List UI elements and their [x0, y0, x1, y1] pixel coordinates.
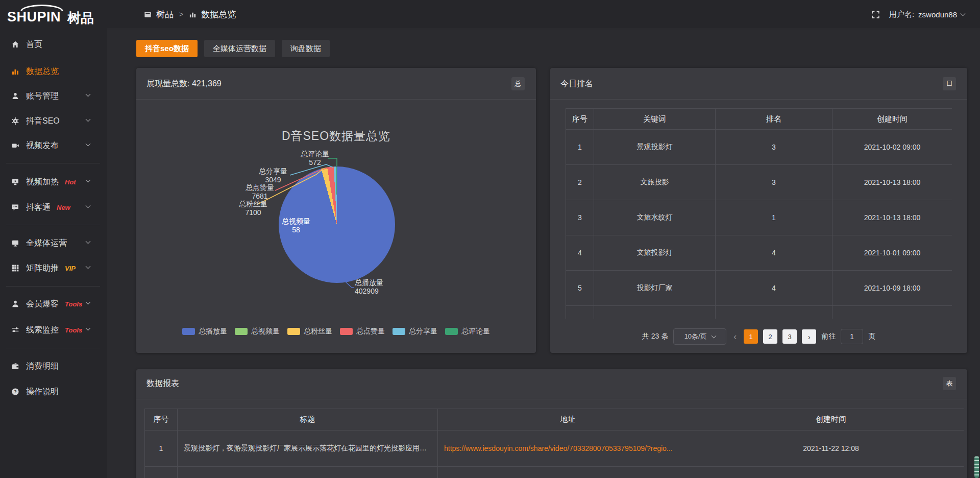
chevron-down-icon [86, 117, 91, 122]
stat-value: 421,369 [192, 79, 222, 88]
total-toggle-button[interactable]: 总 [511, 77, 525, 90]
sidebar-item-label: 视频发布 [26, 140, 59, 151]
sidebar-item-label: 抖客通 [26, 202, 51, 213]
page-button-3[interactable]: 3 [782, 329, 797, 344]
page-button-1[interactable]: 1 [744, 329, 758, 344]
sidebar-divider [6, 225, 100, 225]
report-card-header: 数据报表 表 [136, 369, 967, 399]
home-icon [11, 40, 19, 49]
logo[interactable]: SHUPIN 树品 [7, 5, 100, 23]
chevron-down-icon [86, 178, 91, 183]
monitor-icon [11, 239, 19, 247]
chevron-down-icon [86, 239, 91, 244]
sidebar-item-matrix-boost[interactable]: 矩阵助推 VIP [0, 260, 107, 276]
logo-text-cn: 树品 [67, 9, 94, 27]
table-row: 3 文旅水纹灯 1 2021-10-13 18:00 [566, 200, 952, 235]
legend-item-videos[interactable]: 总视频量 [235, 327, 280, 336]
monitor-play-icon [11, 178, 19, 186]
legend-item-shares[interactable]: 总分享量 [393, 327, 437, 336]
legend-item-plays[interactable]: 总播放量 [182, 327, 227, 336]
sidebar-item-label: 消费明细 [26, 361, 59, 372]
sidebar-item-label: 会员爆客 [26, 299, 59, 309]
sidebar-item-instructions[interactable]: ? 操作说明 [0, 384, 107, 399]
sidebar-item-home[interactable]: 首页 [0, 37, 107, 52]
fullscreen-icon[interactable] [871, 10, 880, 19]
table-row-partial [145, 467, 964, 478]
video-title-cell: 景观投影灯，夜游景观投影灯厂家展示展示落花灯在花园里的灯光投影应用效果 # [178, 431, 438, 467]
column-header-keyword: 关键词 [594, 109, 716, 130]
column-header-seq: 序号 [145, 409, 178, 431]
grid-icon [11, 264, 19, 272]
sidebar-item-label: 账号管理 [26, 91, 59, 102]
chevron-down-icon [86, 92, 91, 97]
chat-bubble-icon [11, 203, 19, 211]
sidebar-item-label: 抖音SEO [26, 116, 60, 127]
breadcrumb-separator: > [179, 10, 183, 18]
sidebar-item-all-media[interactable]: 全媒体运营 [0, 235, 107, 251]
tab-inquiry-data[interactable]: 询盘数据 [282, 40, 330, 57]
breadcrumb-current-icon [189, 11, 197, 18]
table-header-row: 序号 关键词 排名 创建时间 [566, 109, 952, 130]
sidebar-item-douketong[interactable]: 抖客通 New [0, 200, 107, 215]
report-card-title: 数据报表 [146, 378, 179, 389]
data-tabs: 抖音seo数据 全媒体运营数据 询盘数据 [136, 40, 330, 57]
sidebar-item-lead-monitor[interactable]: 线索监控 Tools [0, 322, 107, 338]
sidebar-item-label: 线索监控 [26, 325, 59, 336]
column-header-title: 标题 [178, 409, 438, 431]
stat-label: 展现量总数: [146, 79, 189, 88]
table-row-partial [566, 306, 952, 319]
ranking-card-header: 今日排名 日 [550, 68, 967, 100]
sidebar-item-douyin-seo[interactable]: 抖音SEO [0, 113, 107, 129]
sidebar-item-account[interactable]: 账号管理 [0, 88, 107, 104]
bar-chart-icon [11, 67, 19, 76]
sidebar-item-video-heat[interactable]: 视频加热 Hot [0, 174, 107, 189]
table-header-row: 序号 标题 地址 创建时间 [145, 409, 964, 431]
sidebar-item-label: 全媒体运营 [26, 238, 67, 249]
legend-swatch [182, 328, 195, 335]
chart-title: D音SEO数据量总览 [136, 128, 536, 144]
user-menu[interactable]: 用户名: zswodun88 [889, 10, 965, 19]
scrollbar-thumb[interactable] [974, 456, 979, 478]
chevron-down-icon [86, 141, 91, 147]
sidebar-item-member-tools[interactable]: 会员爆客 Tools [0, 296, 107, 312]
stat-total-impressions: 展现量总数: 421,369 [146, 79, 222, 89]
pie-label-fans: 总粉丝量7100 [225, 200, 281, 217]
chart-legend: 总播放量 总视频量 总粉丝量 总点赞量 总分享量 总评论量 [136, 327, 536, 336]
tab-douyin-seo-data[interactable]: 抖音seo数据 [136, 40, 198, 57]
sidebar-item-consumption[interactable]: 消费明细 [0, 358, 107, 374]
video-url-link[interactable]: https://www.iesdouyin.com/share/video/70… [438, 431, 698, 467]
next-page-button[interactable]: › [802, 329, 816, 344]
table-toggle-button[interactable]: 表 [943, 377, 956, 390]
username-label: 用户名: [889, 10, 914, 19]
page-button-2[interactable]: 2 [763, 329, 777, 344]
tools-badge: Tools [65, 300, 82, 308]
chevron-down-icon [86, 203, 91, 208]
page-size-select[interactable]: 10条/页 [673, 328, 726, 345]
goto-page-input[interactable] [841, 329, 863, 344]
top-header: 树品 > 数据总览 用户名: zswodun88 [107, 0, 980, 29]
question-circle-icon: ? [11, 388, 19, 396]
sidebar-item-label: 视频加热 [26, 177, 59, 187]
column-header-created: 创建时间 [832, 109, 952, 130]
svg-text:?: ? [14, 389, 17, 394]
column-header-url: 地址 [438, 409, 698, 431]
chevron-down-icon [86, 264, 91, 269]
legend-item-likes[interactable]: 总点赞量 [340, 327, 385, 336]
sidebar-item-data-overview[interactable]: 数据总览 [0, 64, 107, 79]
legend-item-fans[interactable]: 总粉丝量 [287, 327, 332, 336]
overview-card-header: 展现量总数: 421,369 总 [136, 68, 536, 100]
tab-all-media-data[interactable]: 全媒体运营数据 [204, 40, 275, 57]
breadcrumb-root[interactable]: 树品 [156, 9, 174, 20]
report-table: 序号 标题 地址 创建时间 1 景观投影灯，夜游景观投影灯厂家展示展示落花灯在花… [144, 409, 964, 478]
pie-label-plays: 总播放量402909 [355, 278, 411, 296]
sidebar-item-label: 首页 [26, 39, 42, 50]
prev-page-button[interactable]: ‹ [731, 331, 739, 342]
daily-toggle-button[interactable]: 日 [943, 77, 956, 90]
sidebar-divider [6, 163, 100, 163]
new-badge: New [57, 204, 70, 211]
sidebar-item-video-publish[interactable]: 视频发布 [0, 138, 107, 153]
sidebar: SHUPIN 树品 首页 数据总览 账号管理 抖音SEO 视频发布 [0, 0, 107, 478]
legend-swatch [287, 328, 300, 335]
tools-badge: Tools [65, 326, 82, 334]
legend-item-comments[interactable]: 总评论量 [445, 327, 490, 336]
